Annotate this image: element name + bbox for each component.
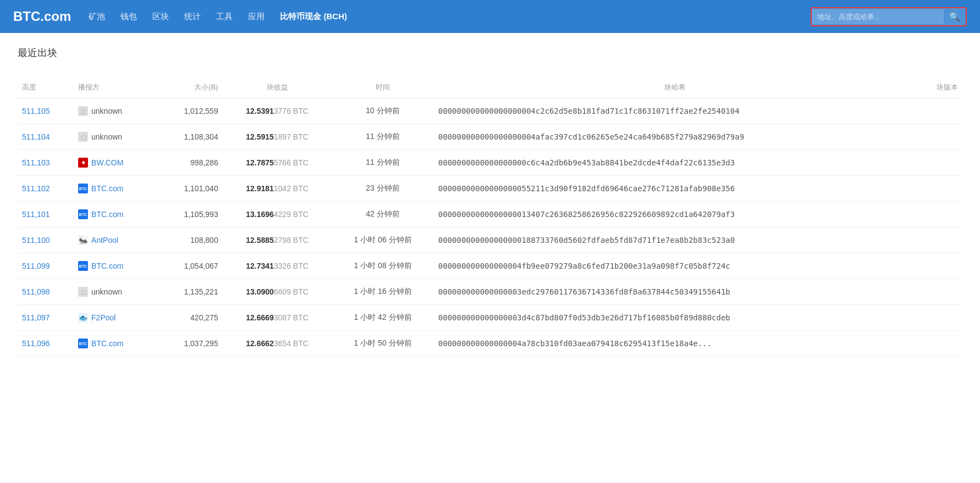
block-size: 998,286 — [157, 150, 223, 176]
block-height-link[interactable]: 511,100 — [22, 236, 50, 245]
miner-icon: BTC — [78, 261, 88, 271]
table-row: 511,096BTCBTC.com1,037,29512.66623654 BT… — [18, 331, 962, 357]
block-height-link[interactable]: 511,102 — [22, 184, 50, 193]
block-height-link[interactable]: 511,103 — [22, 158, 50, 167]
nav-apps[interactable]: 应用 — [248, 12, 265, 22]
col-size: 大小(B) — [157, 77, 223, 98]
miner-name: unknown — [91, 132, 122, 141]
col-hash: 块哈希 — [434, 77, 916, 98]
block-hash: 000000000000000003edc29760117636714336fd… — [434, 279, 916, 305]
col-reward: 块收益 — [223, 77, 332, 98]
search-box: 🔍 — [811, 7, 967, 26]
col-height: 高度 — [18, 77, 74, 98]
block-height-link[interactable]: 511,101 — [22, 210, 50, 219]
miner-name[interactable]: F2Pool — [91, 313, 115, 322]
miner-name[interactable]: BTC.com — [91, 339, 123, 348]
block-time: 1 小时 16 分钟前 — [332, 279, 433, 305]
block-reward: 12.91811042 BTC — [223, 176, 332, 202]
block-height-link[interactable]: 511,105 — [22, 107, 50, 115]
block-height-link[interactable]: 511,098 — [22, 287, 50, 296]
block-time: 11 分钟前 — [332, 150, 433, 176]
col-miner: 播报方 — [74, 77, 157, 98]
miner-icon: BTC — [78, 184, 88, 193]
block-time: 1 小时 42 分钟前 — [332, 305, 433, 331]
nav-bch[interactable]: 比特币现金 (BCH) — [280, 12, 347, 22]
miner-name[interactable]: BTC.com — [91, 262, 123, 270]
table-row: 511,105▢unknown1,012,55912.53913776 BTC1… — [18, 98, 962, 124]
miner-name[interactable]: AntPool — [91, 236, 118, 245]
block-reward: 12.58852798 BTC — [223, 227, 332, 253]
block-version — [916, 305, 962, 331]
table-row: 511,102BTCBTC.com1,101,04012.91811042 BT… — [18, 176, 962, 202]
block-size: 1,037,295 — [157, 331, 223, 357]
block-size: 1,054,067 — [157, 253, 223, 279]
block-version — [916, 202, 962, 227]
section-title: 最近出块 — [18, 46, 962, 66]
nav-mining-pool[interactable]: 矿池 — [89, 12, 105, 22]
block-height-link[interactable]: 511,104 — [22, 132, 50, 141]
miner-name: unknown — [91, 107, 122, 115]
block-hash: 000000000000000000004c2c62d5e8b181fad71c… — [434, 98, 916, 124]
table-row: 511,103❖BW.COM998,28612.78755766 BTC11 分… — [18, 150, 962, 176]
miner-icon: 🐟 — [78, 313, 88, 323]
block-height-link[interactable]: 511,096 — [22, 339, 50, 348]
table-row: 511,099BTCBTC.com1,054,06712.73413326 BT… — [18, 253, 962, 279]
miner-cell: 🐜AntPool — [78, 235, 152, 245]
block-size: 420,275 — [157, 305, 223, 331]
block-size: 1,135,221 — [157, 279, 223, 305]
block-hash: 00000000000000000055211c3d90f9182dfd6964… — [434, 176, 916, 202]
miner-icon: BTC — [78, 338, 88, 348]
block-time: 11 分钟前 — [332, 124, 433, 150]
block-height-link[interactable]: 511,099 — [22, 262, 50, 270]
block-hash: 000000000000000000004afac397cd1c06265e5e… — [434, 124, 916, 150]
miner-cell: ❖BW.COM — [78, 158, 152, 168]
nav-stats[interactable]: 统计 — [184, 12, 201, 22]
navigation: 矿池 钱包 区块 统计 工具 应用 比特币现金 (BCH) — [89, 12, 793, 22]
block-version — [916, 253, 962, 279]
search-input[interactable] — [812, 9, 944, 24]
blocks-table: 高度 播报方 大小(B) 块收益 时间 块哈希 块版本 511,105▢unkn… — [18, 77, 962, 357]
block-version — [916, 227, 962, 253]
nav-blocks[interactable]: 区块 — [152, 12, 169, 22]
miner-name[interactable]: BW.COM — [91, 158, 123, 167]
miner-icon: ❖ — [78, 158, 88, 168]
block-reward: 12.59151897 BTC — [223, 124, 332, 150]
header: BTC.com 矿池 钱包 区块 统计 工具 应用 比特币现金 (BCH) 🔍 — [0, 0, 980, 33]
table-row: 511,101BTCBTC.com1,105,99313.16964229 BT… — [18, 202, 962, 227]
block-version — [916, 331, 962, 357]
table-row: 511,104▢unknown1,108,30412.59151897 BTC1… — [18, 124, 962, 150]
nav-tools[interactable]: 工具 — [216, 12, 233, 22]
block-version — [916, 176, 962, 202]
logo: BTC.com — [13, 9, 71, 24]
block-time: 1 小时 08 分钟前 — [332, 253, 433, 279]
block-reward: 12.78755766 BTC — [223, 150, 332, 176]
search-button[interactable]: 🔍 — [944, 8, 966, 25]
table-row: 511,098▢unknown1,135,22113.09006609 BTC1… — [18, 279, 962, 305]
miner-cell: ▢unknown — [78, 106, 152, 116]
block-hash: 00000000000000000013407c26368258626956c8… — [434, 202, 916, 227]
block-time: 10 分钟前 — [332, 98, 433, 124]
block-time: 42 分钟前 — [332, 202, 433, 227]
block-hash: 000000000000000004a78cb310fd03aea079418c… — [434, 331, 916, 357]
miner-icon: ▢ — [78, 106, 88, 116]
block-height-link[interactable]: 511,097 — [22, 313, 50, 322]
miner-name[interactable]: BTC.com — [91, 210, 123, 219]
main-content: 最近出块 高度 播报方 大小(B) 块收益 时间 块哈希 块版本 511,105… — [0, 33, 980, 483]
nav-wallet[interactable]: 钱包 — [120, 12, 137, 22]
miner-cell: ▢unknown — [78, 132, 152, 142]
block-reward: 12.53913776 BTC — [223, 98, 332, 124]
miner-cell: BTCBTC.com — [78, 209, 152, 219]
miner-name: unknown — [91, 287, 122, 296]
block-reward: 12.66693087 BTC — [223, 305, 332, 331]
table-row: 511,100🐜AntPool108,80012.58852798 BTC1 小… — [18, 227, 962, 253]
block-reward: 13.09006609 BTC — [223, 279, 332, 305]
block-reward: 12.66623654 BTC — [223, 331, 332, 357]
block-version — [916, 124, 962, 150]
block-size: 108,800 — [157, 227, 223, 253]
col-version: 块版本 — [916, 77, 962, 98]
miner-icon: ▢ — [78, 132, 88, 142]
miner-name[interactable]: BTC.com — [91, 184, 123, 193]
miner-cell: BTCBTC.com — [78, 184, 152, 193]
block-version — [916, 279, 962, 305]
block-hash: 0000000000000000000c6c4a2db6b9e453ab8841… — [434, 150, 916, 176]
